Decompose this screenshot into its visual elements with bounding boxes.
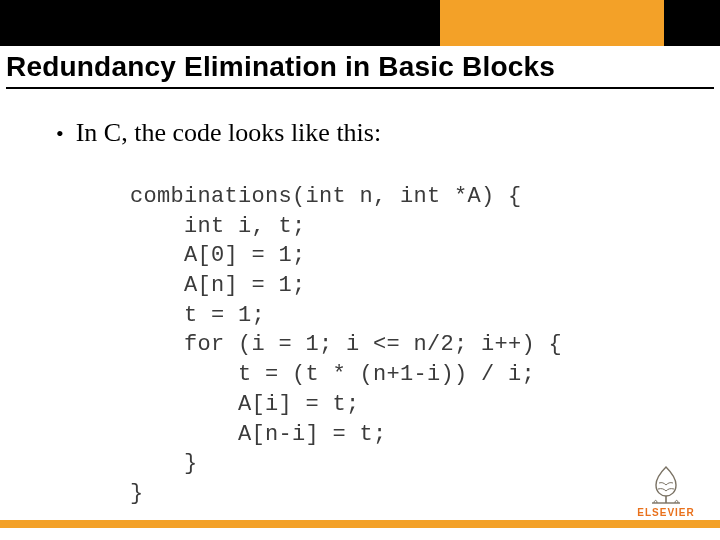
publisher-logo: ELSEVIER: [630, 463, 702, 518]
header-orange-block: [440, 0, 664, 46]
code-block: combinations(int n, int *A) { int i, t; …: [130, 182, 562, 509]
slide: Redundancy Elimination in Basic Blocks •…: [0, 0, 720, 540]
bullet-dot-icon: •: [56, 123, 64, 145]
elsevier-tree-icon: [643, 463, 689, 505]
bullet-row: • In C, the code looks like this:: [56, 118, 381, 148]
slide-title: Redundancy Elimination in Basic Blocks: [6, 52, 714, 89]
publisher-logo-text: ELSEVIER: [630, 507, 702, 518]
bullet-text: In C, the code looks like this:: [76, 118, 381, 148]
footer-orange-bar: [0, 520, 720, 528]
